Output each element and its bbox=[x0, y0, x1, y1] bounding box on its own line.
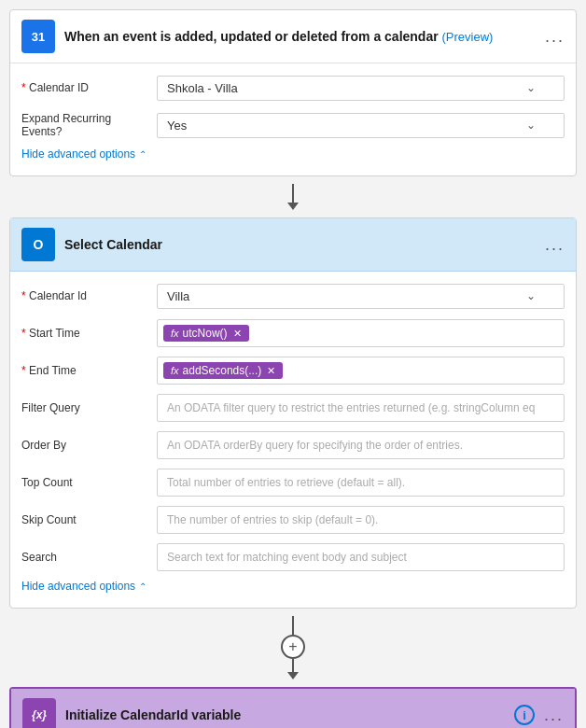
connector-line bbox=[292, 184, 294, 203]
sc-order-by-input[interactable]: An ODATA orderBy query for specifying th… bbox=[157, 431, 565, 459]
select-calendar-dots-menu[interactable]: ... bbox=[545, 235, 565, 255]
info-icon[interactable]: i bbox=[514, 705, 535, 725]
sc-order-by-value: An ODATA orderBy query for specifying th… bbox=[157, 431, 565, 459]
hide-advanced-trigger[interactable]: Hide advanced options ⌃ bbox=[21, 147, 565, 161]
sc-top-count-row: Top Count Total number of entries to ret… bbox=[21, 468, 565, 497]
chevron-down-icon: ⌄ bbox=[526, 119, 536, 132]
sc-top-count-input[interactable]: Total number of entries to retrieve (def… bbox=[157, 469, 565, 497]
connector-line-bottom bbox=[292, 659, 294, 672]
sc-skip-count-value: The number of entries to skip (default =… bbox=[157, 506, 565, 534]
trigger-block: 31 When an event is added, updated or de… bbox=[9, 9, 577, 176]
arrow-down-icon bbox=[287, 672, 299, 679]
trigger-block-header: 31 When an event is added, updated or de… bbox=[10, 10, 576, 63]
expand-recurring-dropdown[interactable]: Yes ⌄ bbox=[157, 113, 565, 138]
sc-skip-count-label: Skip Count bbox=[21, 513, 157, 526]
chevron-up-icon: ⌃ bbox=[139, 149, 146, 160]
variable-block: {x} Initialize CalendarId variable i ...… bbox=[9, 687, 577, 728]
arrow-down-icon bbox=[287, 203, 299, 210]
outlook-icon: O bbox=[21, 228, 55, 261]
sc-calendar-id-dropdown[interactable]: Villa ⌄ bbox=[157, 284, 565, 309]
add-step-button[interactable]: + bbox=[281, 635, 305, 659]
sc-start-time-row: * Start Time fx utcNow() ✕ bbox=[21, 318, 565, 348]
select-calendar-header: O Select Calendar ... bbox=[10, 218, 576, 272]
sc-filter-query-value: An ODATA filter query to restrict the en… bbox=[157, 394, 565, 422]
expand-recurring-label: Expand Recurring Events? bbox=[21, 112, 157, 138]
expand-recurring-value: Yes ⌄ bbox=[157, 113, 565, 138]
calendar-id-dropdown[interactable]: Shkola - Villa ⌄ bbox=[157, 76, 565, 101]
sc-order-by-row: Order By An ODATA orderBy query for spec… bbox=[21, 430, 565, 460]
trigger-dots-menu[interactable]: ... bbox=[545, 27, 565, 47]
sc-calendar-id-label: * Calendar Id bbox=[21, 289, 157, 302]
calendar-id-label: * Calendar ID bbox=[21, 81, 157, 94]
fx-icon: fx bbox=[171, 365, 179, 376]
addseconds-token: fx addSeconds(...) ✕ bbox=[163, 362, 283, 379]
expand-recurring-row: Expand Recurring Events? Yes ⌄ bbox=[21, 110, 565, 140]
variable-title: Initialize CalendarId variable bbox=[65, 707, 505, 722]
sc-end-time-value: fx addSeconds(...) ✕ bbox=[157, 357, 565, 385]
select-calendar-block: O Select Calendar ... * Calendar Id Vill… bbox=[9, 217, 577, 609]
sc-skip-count-row: Skip Count The number of entries to skip… bbox=[21, 505, 565, 535]
sc-start-time-label: * Start Time bbox=[21, 327, 157, 340]
sc-search-input[interactable]: Search text for matching event body and … bbox=[157, 543, 565, 571]
connector-plus-2: + bbox=[9, 609, 577, 687]
calendar-id-row: * Calendar ID Shkola - Villa ⌄ bbox=[21, 73, 565, 103]
sc-calendar-id-value: Villa ⌄ bbox=[157, 284, 565, 309]
chevron-down-icon: ⌄ bbox=[526, 289, 536, 302]
sc-top-count-value: Total number of entries to retrieve (def… bbox=[157, 469, 565, 497]
connector-arrow-1 bbox=[9, 176, 577, 217]
calendar-icon: 31 bbox=[21, 20, 55, 53]
select-calendar-body: * Calendar Id Villa ⌄ * Start Time fx ut… bbox=[10, 272, 576, 608]
sc-search-row: Search Search text for matching event bo… bbox=[21, 542, 565, 572]
connector-line bbox=[292, 616, 294, 635]
variable-dots-menu[interactable]: ... bbox=[544, 706, 564, 725]
variable-icon: {x} bbox=[22, 698, 56, 728]
trigger-title: When an event is added, updated or delet… bbox=[64, 29, 536, 44]
calendar-id-value: Shkola - Villa ⌄ bbox=[157, 76, 565, 101]
fx-icon: fx bbox=[171, 328, 179, 339]
sc-end-time-row: * End Time fx addSeconds(...) ✕ bbox=[21, 356, 565, 385]
sc-order-by-label: Order By bbox=[21, 439, 157, 452]
chevron-up-icon: ⌃ bbox=[139, 581, 146, 592]
sc-filter-query-row: Filter Query An ODATA filter query to re… bbox=[21, 393, 565, 423]
sc-end-time-input[interactable]: fx addSeconds(...) ✕ bbox=[157, 357, 565, 385]
sc-start-time-input[interactable]: fx utcNow() ✕ bbox=[157, 319, 565, 347]
close-icon[interactable]: ✕ bbox=[233, 328, 242, 340]
select-calendar-title: Select Calendar bbox=[64, 237, 536, 252]
sc-start-time-value: fx utcNow() ✕ bbox=[157, 319, 565, 347]
sc-calendar-id-row: * Calendar Id Villa ⌄ bbox=[21, 281, 565, 311]
sc-filter-query-input[interactable]: An ODATA filter query to restrict the en… bbox=[157, 394, 565, 422]
sc-filter-query-label: Filter Query bbox=[21, 401, 157, 414]
sc-skip-count-input[interactable]: The number of entries to skip (default =… bbox=[157, 506, 565, 534]
sc-search-value: Search text for matching event body and … bbox=[157, 543, 565, 571]
sc-search-label: Search bbox=[21, 551, 157, 564]
variable-block-header: {x} Initialize CalendarId variable i ... bbox=[11, 689, 575, 728]
utcnow-token: fx utcNow() ✕ bbox=[163, 325, 249, 342]
trigger-block-body: * Calendar ID Shkola - Villa ⌄ Expand Re… bbox=[10, 63, 576, 175]
sc-end-time-label: * End Time bbox=[21, 364, 157, 377]
close-icon[interactable]: ✕ bbox=[267, 365, 275, 377]
chevron-down-icon: ⌄ bbox=[526, 81, 536, 94]
hide-advanced-select-calendar[interactable]: Hide advanced options ⌃ bbox=[21, 580, 565, 593]
sc-top-count-label: Top Count bbox=[21, 476, 157, 489]
